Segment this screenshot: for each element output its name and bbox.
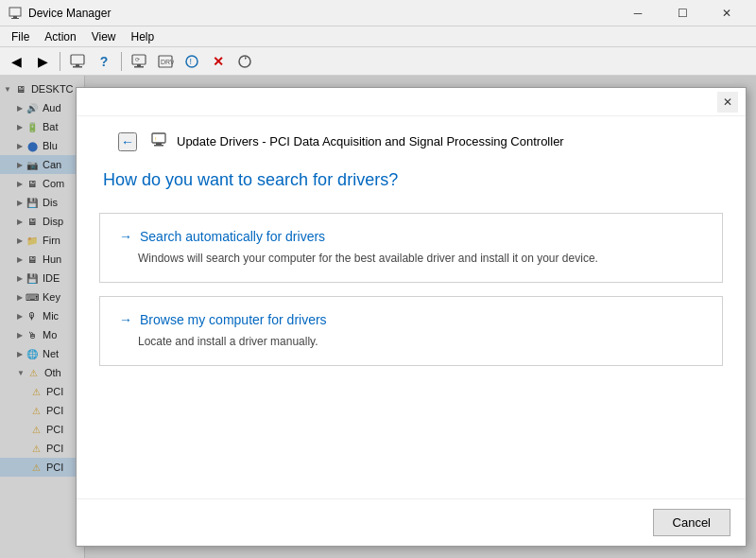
svg-text:!: ! bbox=[190, 57, 193, 66]
window-title: Device Manager bbox=[28, 7, 616, 20]
menu-action[interactable]: Action bbox=[37, 28, 83, 45]
maximize-button[interactable]: ☐ bbox=[661, 0, 704, 26]
svg-rect-7 bbox=[137, 64, 141, 66]
app-icon bbox=[8, 6, 23, 21]
dialog-header-title: Update Drivers - PCI Data Acquisition an… bbox=[177, 134, 564, 148]
svg-rect-17 bbox=[154, 145, 163, 147]
title-bar: Device Manager ─ ☐ ✕ bbox=[0, 0, 756, 26]
option-browse-label: Browse my computer for drivers bbox=[140, 312, 327, 327]
svg-rect-8 bbox=[134, 66, 144, 68]
dialog-header: ← ! Update Drivers - PCI Data Acquisitio… bbox=[99, 131, 723, 151]
dialog-body: ← ! Update Drivers - PCI Data Acquisitio… bbox=[77, 116, 746, 498]
svg-text:⟳: ⟳ bbox=[135, 57, 140, 62]
close-button[interactable]: ✕ bbox=[705, 0, 748, 26]
toolbar-properties[interactable] bbox=[65, 50, 90, 73]
svg-rect-3 bbox=[71, 55, 84, 64]
svg-rect-5 bbox=[73, 66, 82, 68]
window-controls: ─ ☐ ✕ bbox=[616, 0, 748, 26]
svg-rect-4 bbox=[76, 64, 79, 66]
menu-bar: File Action View Help bbox=[0, 26, 756, 47]
menu-file[interactable]: File bbox=[4, 28, 37, 45]
minimize-button[interactable]: ─ bbox=[616, 0, 660, 26]
option-browse-title: → Browse my computer for drivers bbox=[119, 312, 703, 327]
option-browse[interactable]: → Browse my computer for drivers Locate … bbox=[99, 296, 723, 366]
svg-rect-0 bbox=[9, 8, 21, 16]
content-area: ✕ ← ! Update Drivers - PCI Data A bbox=[85, 76, 756, 558]
option-search-auto-label: Search automatically for drivers bbox=[140, 229, 325, 244]
svg-text:DRV: DRV bbox=[161, 59, 174, 65]
menu-help[interactable]: Help bbox=[124, 28, 163, 45]
toolbar-help[interactable]: ? bbox=[92, 50, 116, 73]
update-drivers-dialog: ✕ ← ! Update Drivers - PCI Data A bbox=[76, 87, 747, 547]
svg-rect-2 bbox=[11, 18, 19, 19]
option-browse-desc: Locate and install a driver manually. bbox=[119, 333, 703, 350]
toolbar-separator-1 bbox=[60, 52, 60, 71]
menu-view[interactable]: View bbox=[84, 28, 124, 45]
toolbar-scan[interactable]: ⟳ bbox=[127, 50, 151, 73]
toolbar-update-driver[interactable]: ! bbox=[180, 50, 204, 73]
main-area: ▼ 🖥 DESKTC ▶ 🔊 Aud ▶ 🔋 Bat ▶ ⬤ Blu ▶ 📷 C… bbox=[0, 76, 756, 558]
option-search-auto[interactable]: → Search automatically for drivers Windo… bbox=[99, 213, 723, 283]
svg-rect-16 bbox=[156, 143, 162, 145]
dialog-footer: Cancel bbox=[77, 498, 746, 546]
dialog-close-button[interactable]: ✕ bbox=[717, 92, 738, 113]
option-arrow-2: → bbox=[119, 312, 132, 327]
svg-rect-1 bbox=[13, 16, 17, 18]
option-search-auto-title: → Search automatically for drivers bbox=[119, 229, 703, 244]
cancel-button[interactable]: Cancel bbox=[653, 509, 730, 536]
option-arrow-1: → bbox=[119, 229, 132, 244]
toolbar-back[interactable]: ◀ bbox=[4, 50, 28, 73]
option-search-auto-desc: Windows will search your computer for th… bbox=[119, 250, 703, 267]
toolbar-separator-2 bbox=[121, 52, 122, 71]
dialog-title-bar: ✕ bbox=[77, 88, 746, 116]
toolbar-forward[interactable]: ▶ bbox=[30, 50, 55, 73]
dialog-question: How do you want to search for drivers? bbox=[99, 170, 723, 190]
toolbar-remove[interactable]: ✕ bbox=[206, 50, 231, 73]
dialog-header-icon: ! bbox=[150, 131, 167, 151]
svg-text:!: ! bbox=[155, 136, 157, 142]
toolbar: ◀ ▶ ? ⟳ DRV ! ✕ bbox=[0, 47, 756, 76]
dialog-back-button[interactable]: ← bbox=[118, 132, 137, 151]
toolbar-refresh[interactable] bbox=[232, 50, 257, 73]
toolbar-driver[interactable]: DRV bbox=[153, 50, 178, 73]
